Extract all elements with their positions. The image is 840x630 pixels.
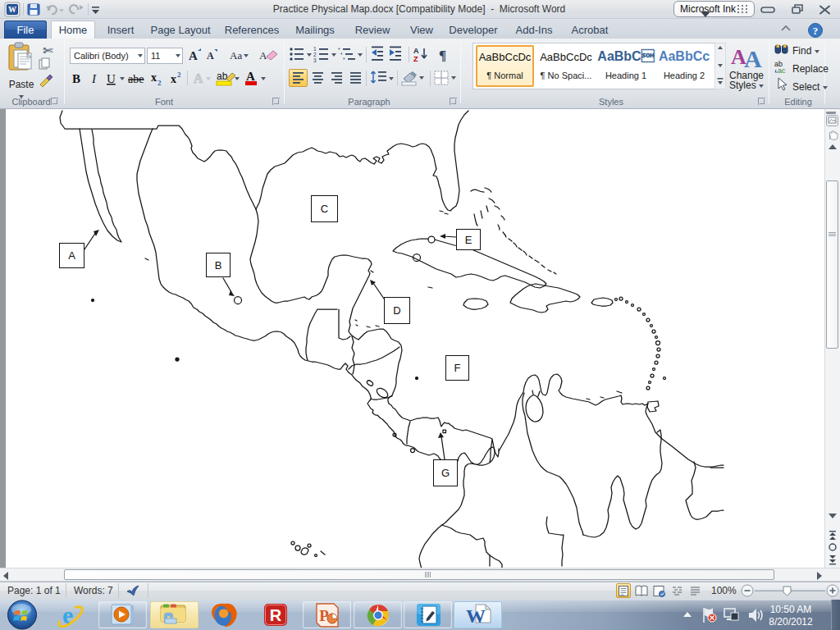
svg-text:3: 3 — [313, 57, 317, 63]
svg-text:2: 2 — [158, 79, 162, 87]
svg-text:U: U — [107, 72, 116, 85]
svg-text:A: A — [413, 47, 419, 55]
svg-text:B: B — [72, 72, 80, 85]
svg-text:abe: abe — [128, 73, 144, 85]
svg-text:R: R — [270, 606, 282, 624]
svg-text:2: 2 — [313, 52, 317, 57]
svg-text:?: ? — [813, 25, 819, 37]
svg-text:Aa: Aa — [230, 49, 242, 62]
svg-text:W: W — [8, 5, 16, 14]
svg-text:A: A — [207, 50, 214, 62]
svg-text:Z: Z — [413, 55, 418, 63]
svg-text:A: A — [744, 45, 762, 69]
svg-text:ac: ac — [778, 66, 786, 75]
svg-text:1: 1 — [313, 46, 317, 52]
svg-text:ab: ab — [217, 71, 228, 82]
svg-text:x: x — [151, 71, 157, 84]
svg-text:A: A — [246, 70, 255, 83]
svg-text:¶: ¶ — [439, 48, 446, 63]
svg-text:2: 2 — [177, 71, 181, 79]
svg-text:I: I — [91, 72, 97, 85]
svg-text:A: A — [194, 71, 203, 85]
svg-text:A: A — [259, 49, 267, 62]
svg-text:P: P — [319, 607, 329, 624]
svg-text:A: A — [189, 49, 198, 62]
svg-text:✄: ✄ — [43, 43, 53, 57]
svg-text:W: W — [466, 605, 486, 627]
svg-text:*: * — [343, 57, 345, 62]
svg-text:x: x — [171, 73, 176, 85]
